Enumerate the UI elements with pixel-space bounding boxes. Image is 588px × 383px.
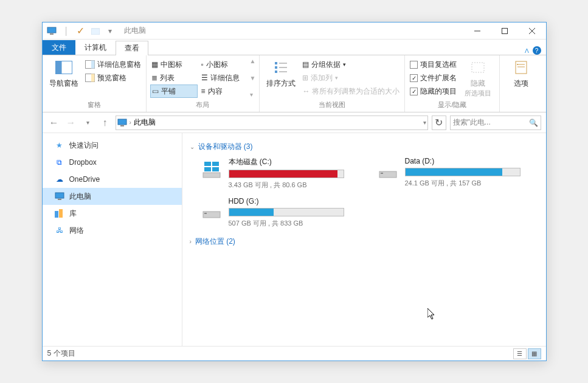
folder-icon[interactable] [89,24,102,38]
sidebar-item-onedrive[interactable]: ☁OneDrive [43,171,182,188]
recent-dropdown-icon[interactable]: ▾ [81,116,95,129]
hide-icon [468,59,488,76]
item-checkboxes-toggle[interactable]: 项目复选框 [409,58,458,71]
checkbox-icon [410,61,418,69]
ribbon-tabs: 文件 计算机 查看 ᐱ ? [43,40,546,55]
divider-icon: | [60,24,73,38]
options-button[interactable]: 选项 [503,58,539,90]
chevron-down-icon: ⌄ [190,143,195,150]
chevron-right-icon[interactable]: › [130,119,131,126]
star-icon: ★ [55,140,64,150]
group-by-button[interactable]: ▤分组依据▾ [301,58,401,71]
svg-rect-36 [381,173,383,174]
content-icon: ≡ [201,87,206,95]
ribbon-group-label: 当前视图 [263,99,401,112]
checkbox-icon: ✓ [410,88,418,95]
drive-capacity-text: 507 GB 可用 , 共 833 GB [229,219,359,228]
svg-rect-20 [516,61,527,74]
layout-content-button[interactable]: ≡内容 [200,85,247,98]
chevron-right-icon: › [190,238,192,245]
group-header-network[interactable]: › 网络位置 (2) [190,236,539,247]
layout-details-button[interactable]: ☰详细信息 [200,71,247,85]
layout-small-button[interactable]: ▫小图标 [200,58,247,71]
help-icon[interactable]: ? [533,46,541,55]
tab-computer[interactable]: 计算机 [75,40,116,55]
drive-item[interactable]: 本地磁盘 (C:)3.43 GB 可用 , 共 80.6 GB [201,157,359,190]
tab-file[interactable]: 文件 [43,40,75,55]
drive-name: 本地磁盘 (C:) [229,157,359,167]
svg-rect-31 [204,162,211,166]
sort-icon [271,59,291,76]
up-button[interactable]: ↑ [99,116,112,129]
monitor-icon [55,191,64,201]
ribbon-group-layout: ▦中图标 ≣列表 ▭平铺 ▫小图标 ☰详细信息 ≡内容 ▲ ▼ ▾ 布局 [147,55,260,112]
layout-tiles-button[interactable]: ▭平铺 [150,85,198,98]
svg-rect-8 [55,61,61,74]
layout-expand-icon[interactable]: ▾ [250,91,256,98]
layout-scroll-up-icon[interactable]: ▲ [250,58,256,64]
tab-view[interactable]: 查看 [116,41,148,55]
hidden-items-toggle[interactable]: ✓隐藏的项目 [409,85,458,98]
search-box[interactable]: 搜索"此电... 🔍 [450,116,541,130]
back-button[interactable]: ← [47,116,61,129]
body: ★快速访问 ⧉Dropbox ☁OneDrive 此电脑 库 🖧网络 ⌄ 设备和… [43,133,546,346]
monitor-icon[interactable] [45,24,58,38]
details-pane-icon [85,60,95,69]
monitor-icon [117,119,127,127]
sort-button[interactable]: 排序方式 [263,58,299,90]
tiles-icon: ▭ [152,87,159,95]
svg-rect-24 [118,119,126,125]
svg-rect-0 [47,27,56,33]
refresh-button[interactable]: ↻ [432,116,446,130]
checkmark-icon[interactable]: ✓ [74,24,88,38]
sidebar-item-libraries[interactable]: 库 [43,205,182,222]
drive-item[interactable]: Data (D:)24.1 GB 可用 , 共 157 GB [377,157,535,190]
details-pane-button[interactable]: 预览窗格 详细信息窗格 [84,58,142,71]
hide-selected-button[interactable]: 隐藏 所选项目 [460,58,496,99]
titlebar: | ✓ ▾ 此电脑 [43,22,546,40]
view-tiles-button[interactable]: ▦ [528,348,541,359]
svg-rect-29 [59,209,63,218]
svg-rect-37 [203,212,220,218]
group-header-devices[interactable]: ⌄ 设备和驱动器 (3) [190,142,539,152]
view-details-button[interactable]: ☰ [513,348,527,359]
qat-dropdown-icon[interactable]: ▾ [103,24,117,38]
explorer-window: | ✓ ▾ 此电脑 文件 计算机 查看 ᐱ ? 导航窗格 [42,22,547,361]
svg-rect-26 [55,193,64,198]
add-column-button[interactable]: ⊞添加列▾ [301,71,401,85]
layout-list-button[interactable]: ≣列表 [150,71,198,85]
sidebar-item-dropbox[interactable]: ⧉Dropbox [43,154,182,171]
nav-pane-button[interactable]: 导航窗格 [46,58,81,90]
drive-name: Data (D:) [405,157,535,165]
svg-rect-10 [91,61,95,69]
fit-columns-button[interactable]: ↔将所有列调整为合适的大小 [301,85,401,98]
status-item-count: 5 个项目 [47,348,75,359]
close-button[interactable] [519,22,546,40]
window-controls [464,22,546,40]
add-column-icon: ⊞ [302,74,308,82]
group-by-icon: ▤ [302,60,309,69]
sidebar-item-quick-access[interactable]: ★快速访问 [43,137,182,154]
drive-item[interactable]: HDD (G:)507 GB 可用 , 共 833 GB [201,197,359,228]
layout-medium-button[interactable]: ▦中图标 [150,58,198,71]
svg-rect-2 [91,29,100,35]
minimize-button[interactable] [464,22,491,40]
sidebar-item-network[interactable]: 🖧网络 [43,222,182,239]
layout-scroll-down-icon[interactable]: ▼ [250,75,256,81]
address-dropdown-icon[interactable]: ▾ [423,119,426,126]
forward-button[interactable]: → [64,116,78,129]
collapse-ribbon-icon[interactable]: ᐱ [525,47,529,54]
quick-access-toolbar: | ✓ ▾ [43,24,119,38]
address-bar[interactable]: › 此电脑 ▾ [116,116,428,130]
drive-icon [377,157,399,179]
sidebar: ★快速访问 ⧉Dropbox ☁OneDrive 此电脑 库 🖧网络 [43,133,182,346]
maximize-button[interactable] [491,22,519,40]
extensions-toggle[interactable]: ✓文件扩展名 [409,71,458,85]
svg-rect-1 [50,33,54,35]
preview-pane-button[interactable]: 预览窗格 [84,71,142,85]
cloud-icon: ☁ [55,174,64,184]
network-icon: 🖧 [55,226,64,235]
sidebar-item-this-pc[interactable]: 此电脑 [43,188,182,205]
drive-icon [201,157,223,179]
drive-icon [201,197,223,219]
